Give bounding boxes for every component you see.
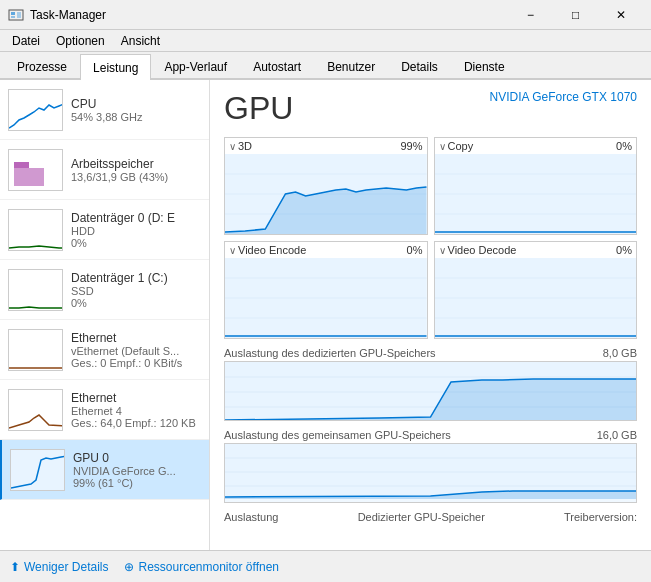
dedicated-memory-header: Auslastung des dedizierten GPU-Speichers… (224, 347, 637, 359)
dedicated-memory-max: 8,0 GB (603, 347, 637, 359)
ethernet1-label: Ethernet (71, 331, 201, 345)
graph-3d-area (225, 154, 427, 234)
sidebar-item-ethernet1[interactable]: Ethernet vEthernet (Default S... Ges.: 0… (0, 320, 209, 380)
shared-memory-header: Auslastung des gemeinsamen GPU-Speichers… (224, 429, 637, 441)
ethernet1-sub1: vEthernet (Default S... (71, 345, 201, 357)
dedicated-memory-bar (224, 361, 637, 421)
graph-vdecode-percent: 0% (616, 244, 632, 256)
chevron-copy-icon: ∨ (439, 141, 446, 152)
graph-3d-percent: 99% (400, 140, 422, 152)
disk1-sub1: SSD (71, 285, 201, 297)
minimize-button[interactable]: − (508, 0, 553, 30)
footer-label-auslastung: Auslastung (224, 511, 278, 523)
svg-rect-9 (9, 270, 63, 311)
footer-label-dedicated: Dedizierter GPU-Speicher (358, 511, 485, 523)
graph-3d-container: ∨ 3D 99% (224, 137, 428, 235)
disk0-info: Datenträger 0 (D: E HDD 0% (71, 211, 201, 249)
graph-copy-area (435, 154, 637, 234)
tab-dienste[interactable]: Dienste (451, 54, 518, 78)
svg-rect-6 (14, 168, 44, 186)
sidebar: CPU 54% 3,88 GHz Arbeitsspeicher 13,6/31… (0, 80, 210, 550)
shared-memory-label: Auslastung des gemeinsamen GPU-Speichers (224, 429, 451, 441)
close-button[interactable]: ✕ (598, 0, 643, 30)
graph-3d-title: ∨ 3D (229, 140, 252, 152)
memory-label: Arbeitsspeicher (71, 157, 201, 171)
graph-copy-label: ∨ Copy 0% (435, 138, 637, 154)
chevron-up-icon: ⬆ (10, 560, 20, 574)
maximize-button[interactable]: □ (553, 0, 598, 30)
tab-autostart[interactable]: Autostart (240, 54, 314, 78)
app-icon (8, 7, 24, 23)
titlebar: Task-Manager − □ ✕ (0, 0, 651, 30)
main-content: CPU 54% 3,88 GHz Arbeitsspeicher 13,6/31… (0, 80, 651, 550)
cpu-graph (8, 89, 63, 131)
disk1-sub2: 0% (71, 297, 201, 309)
disk1-label: Datenträger 1 (C:) (71, 271, 201, 285)
resource-icon: ⊕ (124, 560, 134, 574)
disk0-graph (8, 209, 63, 251)
content-header: GPU NVIDIA GeForce GTX 1070 (224, 90, 637, 127)
gpu-graphs-grid: ∨ 3D 99% (224, 137, 637, 339)
graph-copy-container: ∨ Copy 0% (434, 137, 638, 235)
tab-benutzer[interactable]: Benutzer (314, 54, 388, 78)
graph-vencode-name: Video Encode (238, 244, 306, 256)
graph-vdecode-container: ∨ Video Decode 0% (434, 241, 638, 339)
sidebar-item-cpu[interactable]: CPU 54% 3,88 GHz (0, 80, 209, 140)
titlebar-title: Task-Manager (30, 8, 508, 22)
tabbar: Prozesse Leistung App-Verlauf Autostart … (0, 52, 651, 80)
graph-3d-name: 3D (238, 140, 252, 152)
sidebar-item-ethernet2[interactable]: Ethernet Ethernet 4 Ges.: 64,0 Empf.: 12… (0, 380, 209, 440)
memory-graph (8, 149, 63, 191)
svg-rect-1 (11, 12, 15, 15)
graph-vencode-label: ∨ Video Encode 0% (225, 242, 427, 258)
tab-prozesse[interactable]: Prozesse (4, 54, 80, 78)
dedicated-memory-label: Auslastung des dedizierten GPU-Speichers (224, 347, 436, 359)
resource-monitor-button[interactable]: ⊕ Ressourcenmonitor öffnen (124, 560, 279, 574)
tab-details[interactable]: Details (388, 54, 451, 78)
shared-memory-max: 16,0 GB (597, 429, 637, 441)
cpu-label: CPU (71, 97, 201, 111)
ethernet2-label: Ethernet (71, 391, 201, 405)
svg-rect-7 (14, 162, 29, 168)
dedicated-memory-section: Auslastung des dedizierten GPU-Speichers… (224, 347, 637, 421)
ethernet2-sub2: Ges.: 64,0 Empf.: 120 KB (71, 417, 201, 429)
graph-vencode-percent: 0% (407, 244, 423, 256)
ethernet1-graph (8, 329, 63, 371)
fewer-details-label: Weniger Details (24, 560, 108, 574)
menubar: Datei Optionen Ansicht (0, 30, 651, 52)
graph-vdecode-title: ∨ Video Decode (439, 244, 517, 256)
gpu-subtitle: NVIDIA GeForce GTX 1070 (490, 90, 637, 104)
svg-rect-10 (9, 330, 63, 371)
menu-optionen[interactable]: Optionen (48, 30, 113, 52)
shared-memory-section: Auslastung des gemeinsamen GPU-Speichers… (224, 429, 637, 503)
sidebar-item-gpu[interactable]: GPU 0 NVIDIA GeForce G... 99% (61 °C) (0, 440, 209, 500)
chevron-vencode-icon: ∨ (229, 245, 236, 256)
sidebar-item-memory[interactable]: Arbeitsspeicher 13,6/31,9 GB (43%) (0, 140, 209, 200)
chevron-vdecode-icon: ∨ (439, 245, 446, 256)
ethernet2-sub1: Ethernet 4 (71, 405, 201, 417)
footer-label-driver: Treiberversion: (564, 511, 637, 523)
sidebar-item-disk1[interactable]: Datenträger 1 (C:) SSD 0% (0, 260, 209, 320)
gpu-content: GPU NVIDIA GeForce GTX 1070 ∨ 3D 99% (210, 80, 651, 550)
graph-vencode-area (225, 258, 427, 338)
sidebar-item-disk0[interactable]: Datenträger 0 (D: E HDD 0% (0, 200, 209, 260)
cpu-sub: 54% 3,88 GHz (71, 111, 201, 123)
tab-leistung[interactable]: Leistung (80, 54, 151, 80)
graph-copy-name: Copy (448, 140, 474, 152)
memory-sub: 13,6/31,9 GB (43%) (71, 171, 201, 183)
graph-vdecode-label: ∨ Video Decode 0% (435, 242, 637, 258)
cpu-info: CPU 54% 3,88 GHz (71, 97, 201, 123)
graph-copy-title: ∨ Copy (439, 140, 474, 152)
disk1-graph (8, 269, 63, 311)
page-title: GPU (224, 90, 293, 127)
resource-monitor-label: Ressourcenmonitor öffnen (138, 560, 279, 574)
graph-vencode-title: ∨ Video Encode (229, 244, 306, 256)
tab-appverlauf[interactable]: App-Verlauf (151, 54, 240, 78)
menu-datei[interactable]: Datei (4, 30, 48, 52)
menu-ansicht[interactable]: Ansicht (113, 30, 168, 52)
ethernet1-sub2: Ges.: 0 Empf.: 0 KBit/s (71, 357, 201, 369)
gpu-graph (10, 449, 65, 491)
graph-vdecode-name: Video Decode (448, 244, 517, 256)
fewer-details-button[interactable]: ⬆ Weniger Details (10, 560, 108, 574)
memory-info: Arbeitsspeicher 13,6/31,9 GB (43%) (71, 157, 201, 183)
